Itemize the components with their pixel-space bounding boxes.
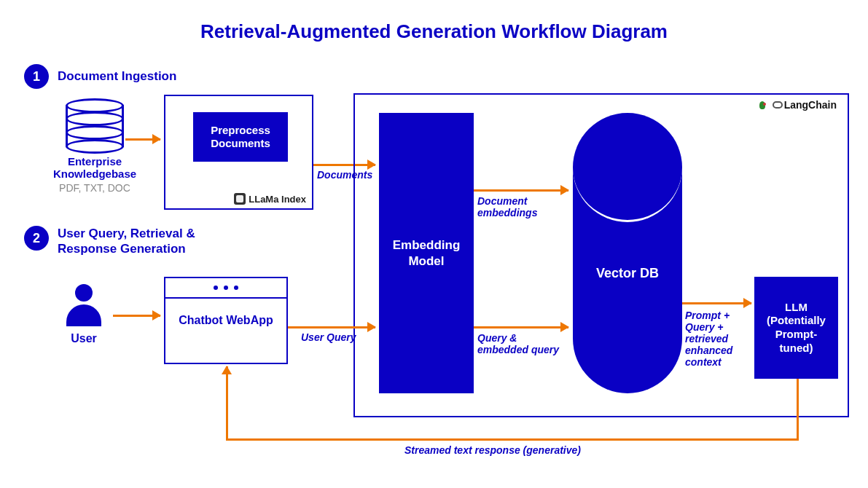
database-icon [66, 98, 124, 151]
step-2-label: 2 User Query, Retrieval & Response Gener… [24, 226, 225, 257]
user-block: User [47, 284, 120, 345]
chatbot-window-bar [165, 278, 286, 299]
embedding-model-box: Embedding Model [379, 113, 474, 393]
step-2-text: User Query, Retrieval & Response Generat… [58, 226, 225, 257]
llamaindex-label: LLaMa Index [249, 194, 306, 205]
arrow-kb-to-preprocess [125, 138, 160, 141]
label-document-embeddings: Document embeddings [477, 195, 565, 219]
user-icon [66, 284, 101, 328]
arrow-embedding-to-vectordb-query [474, 326, 568, 328]
dot-icon [214, 286, 218, 290]
step-2-number: 2 [24, 226, 49, 251]
kb-title: Enterprise Knowledgebase [44, 155, 146, 181]
arrow-response-seg2 [226, 438, 799, 441]
preprocess-documents-box: Preprocess Documents [193, 112, 288, 162]
llm-label: LLM (Potentially Prompt-tuned) [759, 301, 834, 355]
embedding-model-label: Embedding Model [379, 237, 474, 269]
label-query-embedded: Query & embedded query [477, 332, 565, 355]
label-prompt-context: Prompt + Query + retrieved enhanced cont… [685, 310, 754, 368]
enterprise-kb: Enterprise Knowledgebase PDF, TXT, DOC [44, 98, 146, 194]
step-1-text: Document Ingestion [58, 68, 176, 84]
diagram-title: Retrieval-Augmented Generation Workflow … [0, 20, 868, 43]
llamaindex-container: Preprocess Documents LLaMa Index [164, 95, 313, 210]
diagram-canvas: Retrieval-Augmented Generation Workflow … [0, 0, 868, 488]
parrot-icon [759, 100, 770, 111]
arrow-vectordb-to-llm [682, 302, 751, 304]
vector-db: Vector DB [573, 113, 682, 393]
arrow-chatbot-to-embedding [288, 326, 375, 328]
chatbot-label: Chatbot WebApp [165, 313, 286, 327]
arrow-response-seg1 [797, 379, 799, 441]
llama-icon [234, 193, 246, 205]
step-1-number: 1 [24, 64, 49, 89]
dot-icon [234, 286, 238, 290]
chain-icon [773, 101, 783, 109]
label-streamed-response: Streamed text response (generative) [404, 444, 581, 456]
llamaindex-tag: LLaMa Index [234, 193, 306, 205]
arrow-response-into-chatbot [226, 366, 228, 441]
langchain-tag: LangChain [759, 99, 837, 111]
arrow-user-to-chatbot [113, 315, 160, 317]
kb-formats: PDF, TXT, DOC [44, 182, 146, 194]
step-1-label: 1 Document Ingestion [24, 64, 176, 89]
vector-db-label: Vector DB [573, 266, 682, 281]
chatbot-webapp: Chatbot WebApp [164, 277, 288, 364]
dot-icon [224, 286, 228, 290]
user-label: User [47, 332, 120, 345]
arrow-embedding-to-vectordb-docs [474, 189, 568, 192]
label-user-query: User Query [301, 331, 356, 343]
llm-box: LLM (Potentially Prompt-tuned) [754, 277, 838, 379]
langchain-label: LangChain [784, 99, 837, 111]
